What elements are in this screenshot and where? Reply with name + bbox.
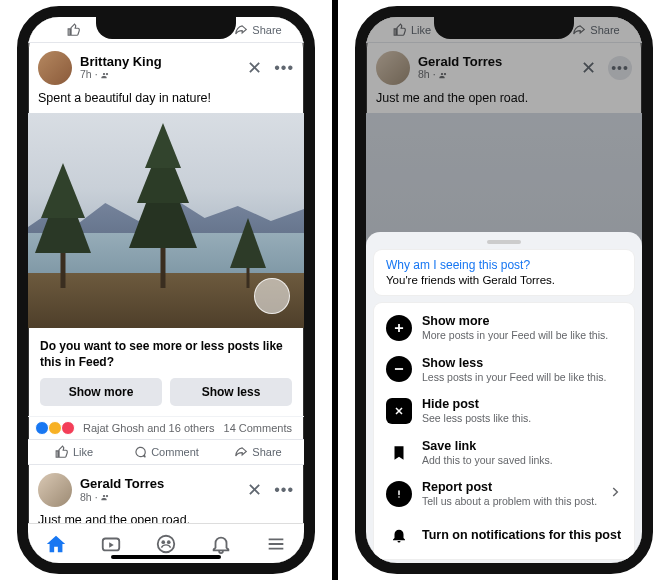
post1-text: Spent a beautiful day in nature!: [28, 89, 304, 113]
option-sub: See less posts like this.: [422, 412, 531, 425]
share-icon: [234, 23, 248, 37]
nav-watch[interactable]: [100, 533, 122, 555]
option-title: Save link: [422, 439, 553, 454]
nav-notifications[interactable]: [210, 533, 232, 555]
close-button[interactable]: ✕: [247, 481, 262, 499]
feed-feedback-prompt: Do you want to see more or less posts li…: [28, 328, 304, 416]
option-title: Turn on notifications for this post: [422, 528, 621, 543]
more-button[interactable]: •••: [274, 60, 294, 76]
show-more-button[interactable]: Show more: [40, 378, 162, 406]
x-icon: [386, 398, 412, 424]
notch: [434, 17, 574, 39]
why-seeing-question: Why am I seeing this post?: [386, 258, 622, 272]
post2-time: 8h: [80, 492, 92, 504]
comment-count[interactable]: 14 Comments: [224, 422, 292, 434]
option-sub: Add this to your saved links.: [422, 454, 553, 467]
option-title: Show more: [422, 314, 608, 329]
like-action[interactable]: Like: [28, 445, 120, 459]
comment-action[interactable]: Comment: [120, 445, 212, 459]
feedback-question: Do you want to see more or less posts li…: [40, 338, 292, 370]
svg-point-1: [158, 535, 175, 552]
option-sub: Less posts in your Feed will be like thi…: [422, 371, 606, 384]
home-indicator: [111, 555, 221, 559]
share-label: Share: [252, 446, 281, 458]
watch-icon: [100, 533, 122, 555]
options-card: Show moreMore posts in your Feed will be…: [374, 303, 634, 559]
friends-icon: [101, 71, 110, 80]
option-hide-post[interactable]: Hide postSee less posts like this.: [380, 390, 628, 432]
like-icon: [55, 445, 69, 459]
option-title: Report post: [422, 480, 597, 495]
option-sub: More posts in your Feed will be like thi…: [422, 329, 608, 342]
home-icon: [45, 533, 67, 555]
post2-author[interactable]: Gerald Torres: [80, 477, 239, 491]
image-overlay-button[interactable]: [254, 278, 290, 314]
post1-avatar[interactable]: [38, 51, 72, 85]
option-sub: Tell us about a problem with this post.: [422, 495, 597, 508]
bell-icon: [386, 522, 412, 548]
chevron-right-icon: [608, 485, 622, 503]
reaction-row[interactable]: Rajat Ghosh and 16 others 14 Comments: [28, 416, 304, 439]
share-action[interactable]: Share: [212, 445, 304, 459]
like-label: Like: [73, 446, 93, 458]
post1-header: Brittany King 7h· ✕ •••: [28, 43, 304, 89]
svg-point-2: [161, 540, 165, 544]
sheet-handle[interactable]: [487, 240, 521, 244]
svg-point-3: [167, 540, 171, 544]
share-label: Share: [252, 24, 281, 36]
phone-left: Share Brittany King 7h· ✕: [17, 6, 315, 574]
post1-image[interactable]: [28, 113, 304, 328]
post1-meta: 7h·: [80, 69, 239, 81]
share-icon: [234, 445, 248, 459]
reaction-wow-icon: [48, 421, 62, 435]
option-save-link[interactable]: Save linkAdd this to your saved links.: [380, 432, 628, 474]
more-button[interactable]: •••: [274, 482, 294, 498]
post1-time: 7h: [80, 69, 92, 81]
bell-icon: [210, 533, 232, 555]
phone-right: Like Comment Share Gerald Torres: [355, 6, 653, 574]
reaction-text: Rajat Ghosh and 16 others: [83, 422, 214, 434]
option-turn-on-notifications[interactable]: Turn on notifications for this post: [380, 515, 628, 555]
post2-header: Gerald Torres 8h· ✕ •••: [28, 465, 304, 511]
why-seeing-card[interactable]: Why am I seeing this post? You're friend…: [374, 250, 634, 295]
nav-menu[interactable]: [265, 533, 287, 555]
comment-label: Comment: [151, 446, 199, 458]
show-less-button[interactable]: Show less: [170, 378, 292, 406]
alert-icon: [386, 481, 412, 507]
option-show-less[interactable]: Show lessLess posts in your Feed will be…: [380, 349, 628, 391]
why-seeing-answer: You're friends with Gerald Torres.: [386, 274, 622, 286]
friends-icon: [101, 493, 110, 502]
plus-icon: [386, 315, 412, 341]
notch: [96, 17, 236, 39]
reaction-love-icon: [61, 421, 75, 435]
bookmark-icon: [386, 440, 412, 466]
minus-icon: [386, 356, 412, 382]
post2-meta: 8h·: [80, 492, 239, 504]
nav-groups[interactable]: [155, 533, 177, 555]
post-options-sheet: Why am I seeing this post? You're friend…: [366, 232, 642, 563]
like-icon: [67, 23, 81, 37]
nav-home[interactable]: [45, 533, 67, 555]
option-title: Hide post: [422, 397, 531, 412]
groups-icon: [155, 533, 177, 555]
post1-author[interactable]: Brittany King: [80, 55, 239, 69]
menu-icon: [265, 533, 287, 555]
comment-icon: [133, 445, 147, 459]
close-button[interactable]: ✕: [247, 59, 262, 77]
option-show-more[interactable]: Show moreMore posts in your Feed will be…: [380, 307, 628, 349]
reaction-like-icon: [35, 421, 49, 435]
option-title: Show less: [422, 356, 606, 371]
post2-avatar[interactable]: [38, 473, 72, 507]
post1-action-bar: Like Comment Share: [28, 439, 304, 465]
option-report-post[interactable]: Report postTell us about a problem with …: [380, 473, 628, 515]
svg-point-4: [398, 496, 400, 498]
